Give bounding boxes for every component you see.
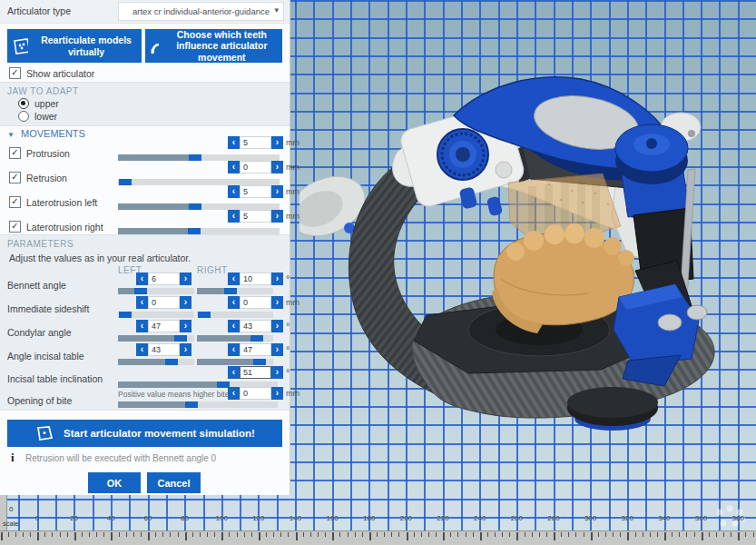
laterotrusion-left-spinner: ‹5›mm <box>228 185 299 198</box>
protrusion-slider[interactable] <box>118 154 280 161</box>
value-input[interactable]: 5 <box>240 210 271 223</box>
laterotrusion-right-checkbox[interactable]: ✓ Laterotrusion right <box>9 221 103 233</box>
ok-button[interactable]: OK <box>88 472 141 493</box>
show-articulator-checkbox[interactable]: ✓ Show articulator <box>9 67 94 79</box>
value-input[interactable]: 51 <box>240 366 271 379</box>
bennett-right-slider[interactable] <box>197 288 273 294</box>
increment-button[interactable]: › <box>271 343 283 356</box>
ruler-tick <box>407 532 408 540</box>
decrement-button[interactable]: ‹ <box>136 296 148 309</box>
jaw-lower-radio[interactable]: lower <box>18 111 57 122</box>
ruler-tick <box>509 532 510 537</box>
ruler-tick <box>525 532 525 537</box>
chevron-down-icon: ▾ <box>274 5 279 15</box>
ruler-tick <box>568 532 569 537</box>
value-input[interactable]: 43 <box>240 320 271 332</box>
decrement-button[interactable]: ‹ <box>228 343 240 356</box>
decrement-button[interactable]: ‹ <box>228 387 240 400</box>
increment-button[interactable]: › <box>271 320 283 332</box>
ruler-number: 60 <box>143 514 152 522</box>
jaw-to-adapt-section: JAW TO ADAPT upper lower <box>0 82 290 126</box>
condylar-angle-row: Condylar angle ‹47› ‹43›° <box>0 320 290 343</box>
ruler-number: 240 <box>474 514 486 522</box>
decrement-button[interactable]: ‹ <box>228 136 240 149</box>
bennett-left-slider[interactable] <box>118 288 194 294</box>
ruler-tick <box>391 532 392 537</box>
value-input[interactable]: 47 <box>240 343 271 356</box>
increment-button[interactable]: › <box>271 210 283 223</box>
bennett-angle-row: Bennett angle ‹6› ‹10›° <box>0 272 290 296</box>
value-input[interactable]: 0 <box>148 296 180 309</box>
decrement-button[interactable]: ‹ <box>228 296 240 309</box>
increment-button[interactable]: › <box>180 320 191 332</box>
ruler-tick <box>221 532 223 540</box>
value-input[interactable]: 0 <box>240 387 271 400</box>
value-input[interactable]: 5 <box>240 185 271 198</box>
value-input[interactable]: 10 <box>240 272 271 285</box>
ruler-tick <box>650 532 651 537</box>
sideshift-left-slider[interactable] <box>118 312 194 318</box>
laterotrusion-left-checkbox[interactable]: ✓ Laterotrusion left <box>9 196 97 208</box>
ruler-number: 40 <box>107 514 115 522</box>
increment-button[interactable]: › <box>180 272 191 285</box>
value-input[interactable]: 6 <box>148 272 180 285</box>
decrement-button[interactable]: ‹ <box>136 343 148 356</box>
increment-button[interactable]: › <box>271 161 283 173</box>
retrusion-slider[interactable] <box>118 179 280 185</box>
cancel-button[interactable]: Cancel <box>147 472 201 493</box>
increment-button[interactable]: › <box>180 343 191 356</box>
articulator-type-dropdown[interactable]: artex cr individual-anterior-guidance ▾ <box>118 2 284 21</box>
increment-button[interactable]: › <box>271 185 283 198</box>
ruler-tick <box>60 532 61 537</box>
value-input[interactable]: 43 <box>148 343 180 356</box>
ruler-tick <box>296 532 298 540</box>
decrement-button[interactable]: ‹ <box>228 185 240 198</box>
ruler-tick <box>74 532 76 540</box>
increment-button[interactable]: › <box>180 296 191 309</box>
ruler-tick <box>251 532 252 537</box>
condylar-left-slider[interactable] <box>118 335 194 342</box>
increment-button[interactable]: › <box>271 387 283 400</box>
decrement-button[interactable]: ‹ <box>136 272 148 285</box>
ruler-tick <box>436 532 437 537</box>
increment-button[interactable]: › <box>271 366 283 379</box>
articulator-3d-model[interactable] <box>299 50 726 454</box>
opening-slider[interactable] <box>118 401 278 408</box>
ruler-tick <box>30 532 31 537</box>
ruler-tick <box>325 532 326 537</box>
decrement-button[interactable]: ‹ <box>228 272 240 285</box>
ruler-tick <box>502 532 503 537</box>
condylar-right-slider[interactable] <box>197 335 273 342</box>
laterotrusion-left-slider[interactable] <box>118 203 280 210</box>
laterotrusion-right-slider[interactable] <box>118 228 280 234</box>
increment-button[interactable]: › <box>271 136 283 149</box>
increment-button[interactable]: › <box>271 272 283 285</box>
value-input[interactable]: 47 <box>148 320 180 332</box>
ruler-tick <box>745 532 746 537</box>
ruler-tick <box>126 532 127 537</box>
movements-header[interactable]: ▼ MOVEMENTS <box>7 128 85 139</box>
opening-spinner: ‹0›mm <box>228 387 299 400</box>
rearticulate-button[interactable]: Rearticulate models virtually <box>7 29 142 63</box>
value-input[interactable]: 0 <box>240 296 271 309</box>
sideshift-right-slider[interactable] <box>197 312 273 318</box>
ruler-tick <box>753 532 754 537</box>
ruler-tick <box>15 532 16 537</box>
jaw-upper-radio[interactable]: upper <box>18 98 59 109</box>
decrement-button[interactable]: ‹ <box>228 210 240 223</box>
ruler-tick <box>450 532 451 537</box>
protrusion-checkbox[interactable]: ✓ Protrusion <box>9 147 70 159</box>
start-simulation-button[interactable]: Start articulator movement simulation! <box>7 420 282 447</box>
increment-button[interactable]: › <box>271 296 283 309</box>
ruler-tick <box>259 532 260 540</box>
ruler-origin-label: 0 <box>9 505 13 513</box>
value-input[interactable]: 0 <box>240 161 271 173</box>
unit-label: mm <box>286 389 299 398</box>
choose-teeth-button[interactable]: Choose which teeth influence articulator… <box>145 29 282 63</box>
decrement-button[interactable]: ‹ <box>228 161 240 173</box>
retrusion-checkbox[interactable]: ✓ Retrusion <box>9 172 67 183</box>
decrement-button[interactable]: ‹ <box>136 320 148 332</box>
value-input[interactable]: 5 <box>240 136 271 149</box>
decrement-button[interactable]: ‹ <box>228 366 240 379</box>
decrement-button[interactable]: ‹ <box>228 320 240 332</box>
